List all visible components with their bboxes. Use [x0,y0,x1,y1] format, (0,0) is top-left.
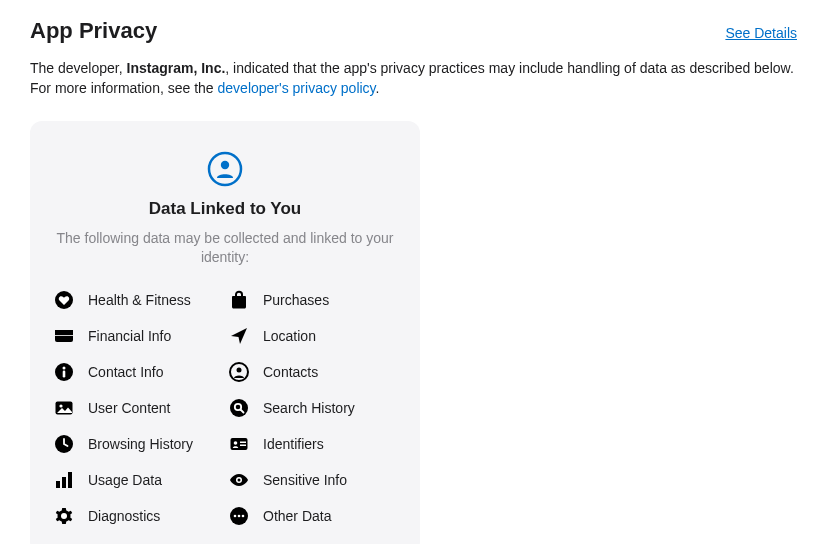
data-linked-card: Data Linked to You The following data ma… [30,121,420,544]
person-circle-icon [229,362,249,382]
info-circle-icon [54,362,74,382]
page-title: App Privacy [30,18,157,44]
data-type-label: Browsing History [88,436,193,452]
data-type-item: Location [229,326,396,346]
credit-card-icon [54,326,74,346]
data-type-item: Sensitive Info [229,470,396,490]
privacy-policy-link[interactable]: developer's privacy policy [218,80,376,96]
data-type-label: Contact Info [88,364,164,380]
data-type-item: Contacts [229,362,396,382]
eye-icon [229,470,249,490]
data-type-item: Usage Data [54,470,221,490]
data-type-label: Usage Data [88,472,162,488]
data-type-label: Contacts [263,364,318,380]
data-type-label: Financial Info [88,328,171,344]
data-type-label: Location [263,328,316,344]
data-type-item: Health & Fitness [54,290,221,310]
data-type-item: Browsing History [54,434,221,454]
data-type-label: Health & Fitness [88,292,191,308]
heart-icon [54,290,74,310]
data-type-label: Sensitive Info [263,472,347,488]
data-type-item: Other Data [229,506,396,526]
data-type-item: Financial Info [54,326,221,346]
image-icon [54,398,74,418]
see-details-link[interactable]: See Details [725,25,797,41]
bag-icon [229,290,249,310]
description-suffix: . [376,80,380,96]
data-type-item: Purchases [229,290,396,310]
data-type-label: User Content [88,400,170,416]
data-type-item: User Content [54,398,221,418]
data-type-label: Diagnostics [88,508,160,524]
data-type-label: Search History [263,400,355,416]
data-type-label: Other Data [263,508,331,524]
data-type-item: Diagnostics [54,506,221,526]
data-type-label: Identifiers [263,436,324,452]
data-type-item: Identifiers [229,434,396,454]
gear-icon [54,506,74,526]
person-circle-icon [207,151,243,187]
card-title: Data Linked to You [54,199,396,219]
data-type-item: Contact Info [54,362,221,382]
developer-name: Instagram, Inc. [127,60,226,76]
data-type-label: Purchases [263,292,329,308]
magnify-circle-icon [229,398,249,418]
card-subtitle: The following data may be collected and … [54,229,396,268]
description-prefix: The developer, [30,60,127,76]
location-arrow-icon [229,326,249,346]
svg-point-1 [221,160,229,168]
clock-icon [54,434,74,454]
data-type-item: Search History [229,398,396,418]
data-types-grid: Health & FitnessPurchasesFinancial InfoL… [54,290,396,526]
privacy-description: The developer, Instagram, Inc., indicate… [30,58,797,99]
ellipsis-circle-icon [229,506,249,526]
bar-chart-icon [54,470,74,490]
id-card-icon [229,434,249,454]
